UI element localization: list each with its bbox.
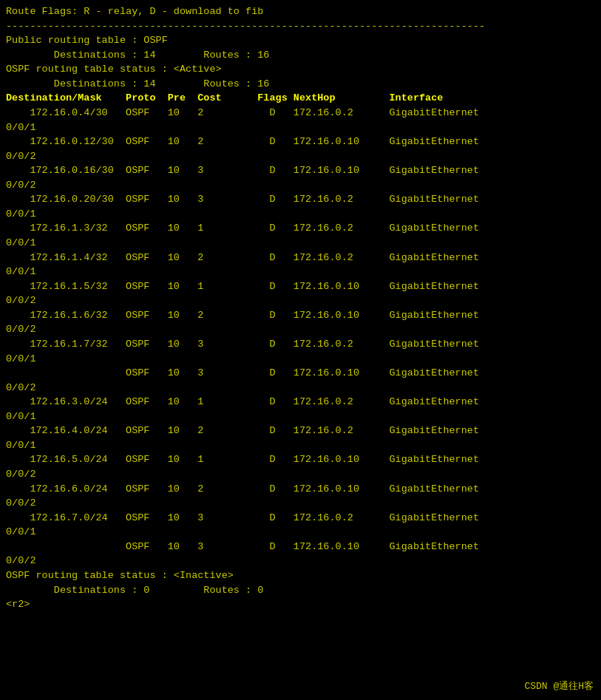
terminal-line: 0/0/1 — [6, 410, 595, 424]
terminal-line: 172.16.6.0/24 OSPF 10 2 D 172.16.0.10 Gi… — [6, 482, 595, 497]
terminal-line: 172.16.1.5/32 OSPF 10 1 D 172.16.0.10 Gi… — [6, 279, 595, 294]
terminal-line: 172.16.0.20/30 OSPF 10 3 D 172.16.0.2 Gi… — [6, 192, 595, 207]
terminal-line: 172.16.0.4/30 OSPF 10 2 D 172.16.0.2 Gig… — [6, 106, 595, 120]
terminal-line: <r2> — [6, 597, 595, 612]
terminal-line: Route Flags: R - relay, D - download to … — [6, 4, 595, 19]
terminal-line: 172.16.1.6/32 OSPF 10 2 D 172.16.0.10 Gi… — [6, 308, 595, 323]
terminal-line: 0/0/2 — [6, 322, 595, 337]
watermark: CSDN @通往H客 — [524, 680, 594, 694]
terminal-line: 0/0/2 — [6, 554, 595, 568]
terminal-line: ----------------------------------------… — [6, 19, 595, 34]
terminal-line: 0/0/2 — [6, 496, 595, 511]
terminal-line: 172.16.3.0/24 OSPF 10 1 D 172.16.0.2 Gig… — [6, 395, 595, 410]
terminal-line: Public routing table : OSPF — [6, 33, 595, 48]
terminal-line: 0/0/1 — [6, 265, 595, 279]
terminal-line: 0/0/1 — [6, 236, 595, 251]
terminal-line: 0/0/2 — [6, 178, 595, 193]
terminal-window: Route Flags: R - relay, D - download to … — [6, 4, 595, 612]
terminal-line: 0/0/2 — [6, 149, 595, 164]
terminal-line: 0/0/1 — [6, 438, 595, 453]
terminal-line: Destinations : 14 Routes : 16 — [6, 48, 595, 63]
terminal-line: 172.16.1.3/32 OSPF 10 1 D 172.16.0.2 Gig… — [6, 221, 595, 236]
terminal-line: 0/0/1 — [6, 525, 595, 540]
terminal-line: 172.16.7.0/24 OSPF 10 3 D 172.16.0.2 Gig… — [6, 511, 595, 526]
terminal-line: 172.16.1.7/32 OSPF 10 3 D 172.16.0.2 Gig… — [6, 337, 595, 352]
terminal-line: OSPF routing table status : <Inactive> — [6, 568, 595, 583]
terminal-line: 0/0/2 — [6, 293, 595, 308]
terminal-line: 0/0/1 — [6, 120, 595, 135]
terminal-line: OSPF 10 3 D 172.16.0.10 GigabitEthernet — [6, 366, 595, 381]
terminal-output: Route Flags: R - relay, D - download to … — [6, 4, 595, 612]
terminal-line: 0/0/2 — [6, 467, 595, 482]
terminal-line: OSPF 10 3 D 172.16.0.10 GigabitEthernet — [6, 540, 595, 554]
terminal-line: 0/0/1 — [6, 207, 595, 222]
terminal-line: 172.16.5.0/24 OSPF 10 1 D 172.16.0.10 Gi… — [6, 452, 595, 467]
terminal-line: 172.16.4.0/24 OSPF 10 2 D 172.16.0.2 Gig… — [6, 424, 595, 438]
terminal-line: OSPF routing table status : <Active> — [6, 62, 595, 77]
terminal-line: 172.16.0.16/30 OSPF 10 3 D 172.16.0.10 G… — [6, 163, 595, 178]
terminal-line: Destinations : 0 Routes : 0 — [6, 583, 595, 598]
terminal-line: 172.16.0.12/30 OSPF 10 2 D 172.16.0.10 G… — [6, 135, 595, 149]
terminal-line: Destinations : 14 Routes : 16 — [6, 77, 595, 92]
terminal-line: 0/0/1 — [6, 352, 595, 367]
terminal-line: 0/0/2 — [6, 381, 595, 395]
terminal-line: 172.16.1.4/32 OSPF 10 2 D 172.16.0.2 Gig… — [6, 251, 595, 265]
terminal-line: Destination/Mask Proto Pre Cost Flags Ne… — [6, 91, 595, 106]
